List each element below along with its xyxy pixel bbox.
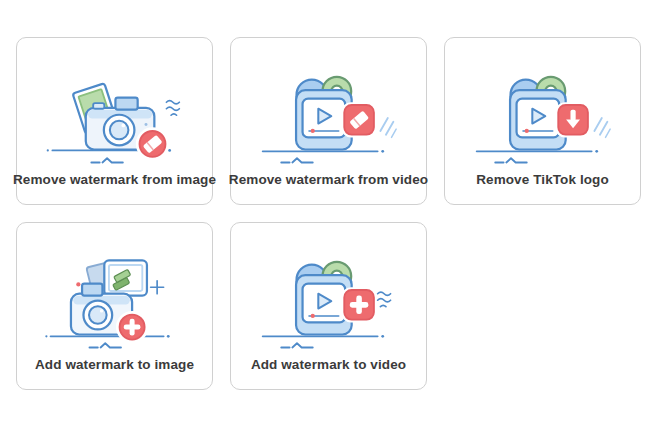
plus-icon xyxy=(344,290,374,320)
card-label: Remove watermark from image xyxy=(13,172,216,187)
camera-plus-illustration xyxy=(45,251,184,355)
download-icon xyxy=(558,105,588,135)
camera-eraser-illustration xyxy=(45,66,184,170)
card-remove-watermark-from-video[interactable]: Remove watermark from video xyxy=(230,37,427,205)
card-label: Add watermark to video xyxy=(251,357,406,372)
card-add-watermark-to-image[interactable]: Add watermark to image xyxy=(16,222,213,390)
card-label: Add watermark to image xyxy=(35,357,194,372)
camera-eraser-illustration-svg xyxy=(45,66,184,170)
card-add-watermark-to-video[interactable]: Add watermark to video xyxy=(230,222,427,390)
eraser-icon xyxy=(344,105,374,135)
video-plus-illustration-svg xyxy=(259,251,398,355)
camera-plus-illustration-svg xyxy=(45,251,184,355)
card-remove-tiktok-logo[interactable]: Remove TikTok logo xyxy=(444,37,641,205)
photo-frame-icon xyxy=(104,260,147,295)
plus-icon xyxy=(120,315,145,340)
video-download-illustration xyxy=(473,66,612,170)
card-label: Remove TikTok logo xyxy=(476,172,609,187)
video-plus-illustration xyxy=(259,251,398,355)
video-eraser-illustration-svg xyxy=(259,66,398,170)
eraser-icon xyxy=(140,131,166,157)
tools-grid: Remove watermark from image xyxy=(0,0,650,390)
video-download-illustration-svg xyxy=(473,66,612,170)
video-eraser-illustration xyxy=(259,66,398,170)
card-remove-watermark-from-image[interactable]: Remove watermark from image xyxy=(16,37,213,205)
card-label: Remove watermark from video xyxy=(229,172,428,187)
